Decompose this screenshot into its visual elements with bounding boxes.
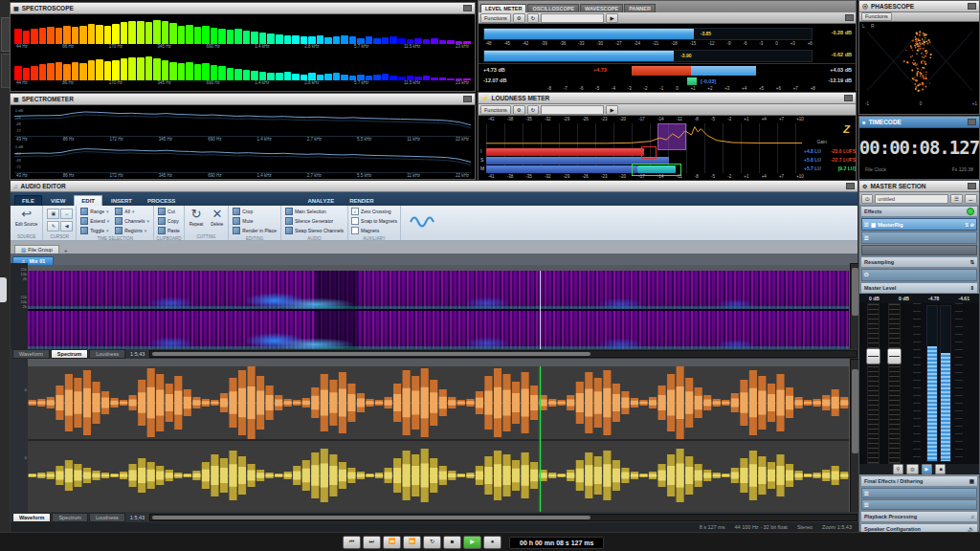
settings-icon[interactable]: ⚙: [513, 105, 525, 115]
main-selection-button[interactable]: Main Selection: [283, 207, 345, 216]
power-icon[interactable]: ⏻: [864, 272, 868, 278]
settings-icon[interactable]: ⚙: [513, 13, 525, 23]
effect-slot-1[interactable]: ☰ ▩ MasterRig S ⊘: [861, 218, 977, 231]
cursor-tool-button[interactable]: ↔: [60, 209, 73, 219]
reset-icon[interactable]: ↻: [527, 13, 540, 23]
status-item[interactable]: 8 s 127 ms: [700, 524, 725, 530]
resampling-slot[interactable]: ⏻: [861, 269, 977, 281]
waveform-view[interactable]: [28, 366, 849, 512]
cursor-tool-button[interactable]: ✎: [47, 221, 59, 231]
minimize-icon[interactable]: [845, 14, 854, 21]
final-effects-section-bar[interactable]: Final Effects / Dithering ▦: [860, 475, 978, 487]
master-level-section-bar[interactable]: Master Level ⇕: [860, 282, 978, 294]
solo-icon[interactable]: S: [965, 222, 968, 228]
expand-icon[interactable]: ⇕: [969, 285, 974, 291]
resampling-section-bar[interactable]: Resampling ⇅: [860, 256, 978, 268]
bypass-icon[interactable]: ⚊: [965, 194, 977, 204]
minimize-icon[interactable]: [968, 3, 976, 10]
final-slot-2[interactable]: ☰: [861, 499, 977, 510]
meter-tab-wavescope[interactable]: WAVESCOPE: [580, 4, 623, 12]
go-end-button[interactable]: ⏭: [363, 536, 381, 549]
paste-button[interactable]: Paste: [156, 226, 182, 235]
functions-button[interactable]: Functions: [480, 105, 511, 115]
ribbon-tab-insert[interactable]: INSERT: [104, 196, 139, 206]
delete-button[interactable]: ✕Delete: [208, 207, 226, 228]
meter-tab-panner[interactable]: PANNER: [624, 4, 656, 12]
preset-next-icon[interactable]: ▶: [606, 105, 617, 115]
view-tab-spectrum[interactable]: Spectrum: [52, 513, 88, 522]
file-group-tab[interactable]: ▧ File Group: [14, 245, 59, 253]
go-start-button[interactable]: ⏮: [343, 536, 361, 549]
toggle-button[interactable]: Toggle▾: [78, 226, 111, 235]
playback-processing-bar[interactable]: Playback Processing ♫: [860, 511, 978, 522]
horizontal-scrollbar[interactable]: [149, 514, 858, 521]
repeat-button[interactable]: ↻Repeat: [187, 207, 207, 228]
edit-source-button[interactable]: ↩Edit Source: [12, 207, 40, 228]
editor-titlebar[interactable]: ♫ AUDIO EDITOR: [11, 181, 858, 192]
horizontal-scrollbar[interactable]: [149, 350, 858, 358]
view-tab-loudness[interactable]: Loudness: [89, 349, 125, 359]
play-button[interactable]: ▶: [463, 536, 481, 549]
bypass-slot-icon[interactable]: ⊘: [970, 222, 974, 228]
magnets-checkbox[interactable]: Magnets: [350, 226, 398, 235]
view-tab-waveform[interactable]: Waveform: [12, 513, 51, 522]
zero-crossing-checkbox[interactable]: ✓Zero Crossing: [350, 207, 398, 216]
spectroscope-header[interactable]: ▦ SPECTROSCOPE: [11, 3, 475, 14]
effects-section-bar[interactable]: Effects: [860, 206, 978, 217]
all-button[interactable]: All▾: [113, 207, 151, 216]
functions-button[interactable]: Functions: [480, 13, 511, 23]
spectrometer-header[interactable]: ▩ SPECTROMETER: [11, 94, 475, 105]
channels-button[interactable]: Channels▾: [113, 216, 151, 226]
status-item[interactable]: Zoom 1:5,43: [822, 524, 852, 530]
meter-tab-level-meter[interactable]: LEVEL METER: [480, 4, 526, 12]
reset-icon[interactable]: ↻: [527, 105, 540, 115]
view-tab-waveform[interactable]: Waveform: [12, 349, 50, 359]
view-tab-spectrum[interactable]: Spectrum: [51, 349, 88, 359]
master-fader-right[interactable]: [887, 348, 902, 364]
ribbon-tab-analyze[interactable]: ANALYZE: [301, 196, 341, 206]
preset-select[interactable]: [541, 13, 604, 23]
minimize-icon[interactable]: [968, 119, 976, 125]
speaker-a-button[interactable]: ▶: [922, 464, 933, 474]
regions-button[interactable]: Regions▾: [113, 226, 151, 235]
timecode-mode[interactable]: File Clock: [865, 166, 886, 172]
mono-button[interactable]: ◎: [906, 464, 918, 474]
minimize-icon[interactable]: [968, 183, 976, 189]
link-faders-button[interactable]: ⚲: [893, 464, 904, 474]
ribbon-tab-view[interactable]: VIEW: [44, 196, 72, 206]
ribbon-tab-file[interactable]: FILE: [14, 195, 42, 206]
render-in-place-button[interactable]: Render in Place: [231, 226, 278, 235]
minimize-icon[interactable]: [844, 95, 853, 101]
timecode-header[interactable]: ■ TIMECODE: [859, 117, 979, 128]
meter-tab-oscilloscope[interactable]: OSCILLOSCOPE: [527, 4, 579, 12]
silence-generator-button[interactable]: Silence Generator: [283, 216, 345, 226]
loudness-header[interactable]: ⚡ LOUDNESS METER: [479, 93, 856, 104]
lock-button[interactable]: ■: [935, 464, 946, 474]
spectrogram-view[interactable]: [28, 271, 849, 349]
preset-select[interactable]: [541, 105, 604, 115]
rewind-button[interactable]: ⏪: [383, 536, 401, 549]
mute-button[interactable]: Mute: [231, 216, 278, 226]
view-tab-loudness[interactable]: Loudness: [89, 513, 125, 522]
effect-slot-2[interactable]: ☰: [861, 231, 977, 244]
ribbon-tab-edit[interactable]: EDIT: [74, 195, 102, 206]
master-fader-left[interactable]: [866, 348, 880, 364]
status-item[interactable]: Stereo: [797, 524, 813, 530]
range-button[interactable]: Range▾: [78, 207, 111, 216]
functions-button[interactable]: Functions: [861, 12, 892, 21]
cut-button[interactable]: Cut: [156, 207, 182, 216]
power-icon[interactable]: ⏻: [861, 194, 873, 204]
preset-next-icon[interactable]: ▶: [606, 13, 617, 23]
copy-button[interactable]: Copy: [156, 216, 182, 226]
master-section-header[interactable]: ⚙ MASTER SECTION: [859, 181, 979, 192]
cursor-tool-button[interactable]: ◀: [60, 221, 73, 231]
menu-icon[interactable]: ☰: [950, 194, 963, 204]
phasescope-header[interactable]: ⦿ PHASESCOPE: [859, 1, 979, 12]
effect-slot-3[interactable]: [861, 245, 977, 255]
ribbon-tab-render[interactable]: RENDER: [343, 196, 380, 206]
panel-collapse-handle[interactable]: [0, 277, 7, 302]
minimize-icon[interactable]: [463, 5, 472, 11]
status-item[interactable]: 44 100 Hz · 32 bit float: [735, 524, 788, 530]
crop-button[interactable]: Crop: [231, 207, 278, 216]
minimize-icon[interactable]: [846, 183, 855, 189]
